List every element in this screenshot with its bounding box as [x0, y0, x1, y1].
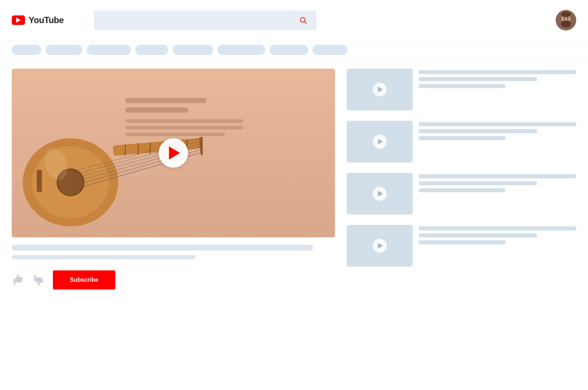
sidebar-video-views-line — [419, 188, 505, 192]
search-button[interactable] — [291, 11, 316, 30]
sidebar-play-button[interactable] — [373, 135, 387, 149]
sidebar-video-thumbnail[interactable] — [347, 225, 413, 267]
like-button[interactable] — [12, 273, 25, 287]
filter-chip[interactable] — [313, 45, 347, 55]
svg-point-6 — [563, 18, 565, 19]
sidebar-video-item — [347, 121, 576, 163]
sidebar-video-info — [419, 121, 576, 140]
video-overlay-line1 — [126, 98, 206, 103]
video-actions: Subscribe — [12, 270, 335, 289]
video-overlay-line2 — [126, 107, 188, 113]
search-input[interactable] — [94, 11, 291, 30]
sidebar-video-item — [347, 225, 576, 267]
sidebar-video-thumbnail[interactable] — [347, 69, 413, 110]
svg-point-8 — [565, 19, 567, 21]
sidebar-video-meta-line — [419, 233, 537, 237]
video-overlay-line3 — [126, 119, 243, 123]
sidebar-video-title-line — [419, 174, 576, 178]
svg-point-10 — [566, 21, 568, 22]
header: YouTube — [0, 0, 588, 40]
user-avatar-image — [556, 10, 576, 30]
sidebar-video-views-line — [419, 240, 505, 244]
thumbs-down-icon — [32, 273, 46, 287]
svg-line-1 — [304, 22, 306, 23]
filter-chip[interactable] — [270, 45, 308, 55]
video-overlay-line5 — [126, 132, 225, 136]
filter-chip[interactable] — [46, 45, 82, 55]
video-subtitle-bar — [12, 255, 195, 259]
sidebar-video-info — [419, 173, 576, 192]
video-info: Subscribe — [12, 245, 335, 289]
sidebar-video-title-line — [419, 226, 576, 230]
sidebar-video-item — [347, 69, 576, 110]
filter-chip[interactable] — [12, 45, 41, 55]
sidebar-play-button[interactable] — [373, 83, 387, 96]
main-content: Subscribe — [0, 60, 588, 298]
filter-chip[interactable] — [135, 45, 168, 55]
sidebar-video-views-line — [419, 136, 505, 140]
play-icon — [169, 146, 180, 160]
sidebar-play-button[interactable] — [373, 239, 387, 253]
svg-rect-30 — [37, 170, 42, 192]
search-area — [94, 11, 316, 30]
video-overlay-line4 — [126, 126, 243, 130]
sidebar-video-views-line — [419, 84, 505, 88]
sidebar-play-icon — [378, 191, 383, 197]
video-text-overlay — [126, 98, 243, 136]
filter-chip[interactable] — [173, 45, 213, 55]
sidebar-play-icon — [378, 87, 383, 92]
sidebar-video-meta-line — [419, 77, 537, 81]
sidebar-videos — [347, 69, 576, 289]
svg-point-7 — [567, 18, 569, 19]
sidebar-play-button[interactable] — [373, 187, 387, 201]
sidebar-play-icon — [378, 139, 383, 145]
svg-point-9 — [564, 21, 566, 22]
main-video-column: Subscribe — [12, 69, 335, 289]
avatar[interactable] — [556, 10, 576, 30]
sidebar-video-meta-line — [419, 181, 537, 185]
filter-chip[interactable] — [217, 45, 265, 55]
sidebar-video-item — [347, 173, 576, 215]
filter-chip[interactable] — [87, 45, 131, 55]
play-button[interactable] — [159, 138, 188, 168]
subscribe-button[interactable]: Subscribe — [53, 270, 115, 289]
sidebar-video-title-line — [419, 70, 576, 74]
youtube-logo-icon — [12, 15, 25, 25]
thumbs-up-icon — [12, 273, 25, 287]
sidebar-video-meta-line — [419, 129, 537, 133]
sidebar-video-thumbnail[interactable] — [347, 173, 413, 215]
sidebar-video-thumbnail[interactable] — [347, 121, 413, 163]
search-icon — [299, 16, 307, 24]
sidebar-video-title-line — [419, 122, 576, 126]
sidebar-play-icon — [378, 243, 383, 249]
filter-chips-row — [0, 40, 588, 60]
logo-area[interactable]: YouTube — [12, 15, 85, 25]
video-player[interactable] — [12, 69, 335, 237]
sidebar-video-info — [419, 69, 576, 88]
svg-point-5 — [561, 11, 571, 17]
sidebar-video-info — [419, 225, 576, 244]
video-title-bar — [12, 245, 313, 251]
dislike-button[interactable] — [32, 273, 46, 287]
logo-text: YouTube — [29, 15, 64, 25]
